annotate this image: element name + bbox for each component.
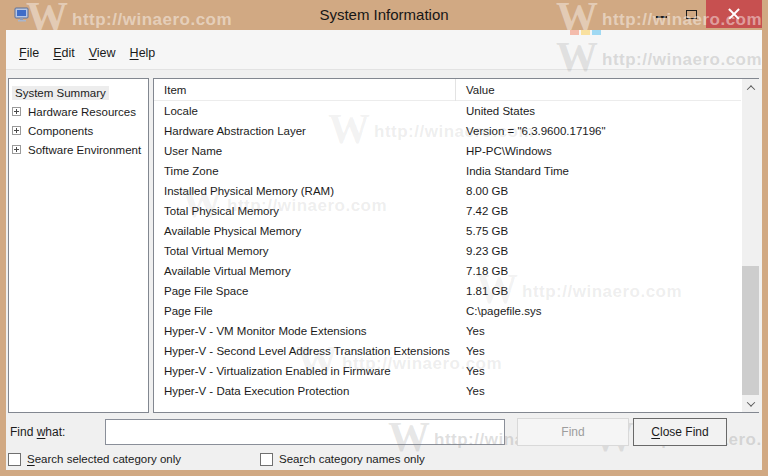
tree-item-label: Components — [25, 124, 96, 138]
item-cell: Locale — [164, 101, 456, 121]
value-cell: Yes — [456, 381, 758, 401]
tree-item-label: Software Environment — [25, 143, 144, 157]
checkbox-label: Search category names only — [279, 453, 425, 465]
scrollbar-thumb[interactable] — [742, 266, 759, 395]
menu-item[interactable]: Help — [123, 44, 163, 62]
value-cell: Yes — [456, 341, 758, 361]
item-cell: User Name — [164, 141, 456, 161]
item-cell: Available Physical Memory — [164, 221, 456, 241]
table-row[interactable]: Total Virtual Memory 9.23 GB — [154, 241, 758, 261]
expand-plus-icon[interactable] — [12, 107, 21, 116]
table-row[interactable]: Total Physical Memory 7.42 GB — [154, 201, 758, 221]
item-cell: Time Zone — [164, 161, 456, 181]
table-row[interactable]: Page File Space 1.81 GB — [154, 281, 758, 301]
item-cell: Installed Physical Memory (RAM) — [164, 181, 456, 201]
menu-item[interactable]: File — [12, 44, 46, 62]
table-row[interactable]: Time Zone India Standard Time — [154, 161, 758, 181]
value-cell: 8.00 GB — [456, 181, 758, 201]
vertical-scrollbar[interactable] — [742, 79, 759, 412]
value-cell: Version = "6.3.9600.17196" — [456, 121, 758, 141]
menu-item[interactable]: View — [82, 44, 123, 62]
table-row[interactable]: User Name HP-PC\Windows — [154, 141, 758, 161]
item-cell: Hyper-V - Second Level Address Translati… — [164, 341, 456, 361]
client-area: File Edit View Help W http://winaero.com… — [6, 30, 762, 470]
table-row[interactable]: Locale United States — [154, 101, 758, 121]
chevron-up-icon — [746, 85, 754, 93]
checkbox-icon[interactable] — [8, 453, 21, 466]
expand-plus-icon[interactable] — [12, 145, 21, 154]
value-cell: United States — [456, 101, 758, 121]
table-row[interactable]: Hardware Abstraction Layer Version = "6.… — [154, 121, 758, 141]
checkbox-icon[interactable] — [260, 453, 273, 466]
category-tree[interactable]: System Summary Hardware Resources Compon… — [8, 78, 149, 413]
tree-item[interactable]: Hardware Resources — [9, 102, 148, 121]
item-cell: Hyper-V - VM Monitor Mode Extensions — [164, 321, 456, 341]
system-information-window: W http://winaero.com W http://winaero.co… — [0, 0, 768, 476]
checkbox-label: Search selected category only — [27, 453, 181, 465]
item-cell: Hyper-V - Data Execution Protection — [164, 381, 456, 401]
item-cell: Hyper-V - Virtualization Enabled in Firm… — [164, 361, 456, 381]
table-row[interactable]: Hyper-V - Data Execution Protection Yes — [154, 381, 758, 401]
table-row[interactable]: Installed Physical Memory (RAM) 8.00 GB — [154, 181, 758, 201]
maximize-button[interactable] — [676, 0, 706, 28]
column-header-value[interactable]: Value — [456, 84, 741, 96]
value-cell: 9.23 GB — [456, 241, 758, 261]
minimize-button[interactable] — [646, 0, 676, 28]
scrollbar-track[interactable] — [742, 96, 759, 395]
minimize-icon — [656, 16, 667, 18]
table-row[interactable]: Hyper-V - Virtualization Enabled in Firm… — [154, 361, 758, 381]
table-row[interactable]: Available Virtual Memory 7.18 GB — [154, 261, 758, 281]
close-find-button[interactable]: Close Find — [633, 418, 727, 446]
value-cell: Yes — [456, 321, 758, 341]
menu-item[interactable]: Edit — [46, 44, 82, 62]
search-selected-category-checkbox[interactable]: Search selected category only — [8, 451, 181, 467]
item-cell: Total Virtual Memory — [164, 241, 456, 261]
find-input[interactable] — [105, 419, 505, 445]
table-header: Item Value — [154, 79, 741, 101]
title-bar[interactable]: W http://winaero.com W http://winaero.co… — [0, 0, 768, 30]
value-cell: HP-PC\Windows — [456, 141, 758, 161]
item-cell: Total Physical Memory — [164, 201, 456, 221]
item-cell: Hardware Abstraction Layer — [164, 121, 456, 141]
find-what-label: Find what: — [10, 419, 65, 445]
value-cell: C:\pagefile.sys — [456, 301, 758, 321]
value-cell: 5.75 GB — [456, 221, 758, 241]
menu-bar: File Edit View Help — [6, 30, 762, 70]
item-cell: Page File Space — [164, 281, 456, 301]
close-icon — [728, 8, 740, 20]
window-controls — [646, 0, 762, 28]
details-table[interactable]: Item Value Locale United States Hardware… — [153, 78, 759, 413]
value-cell: Yes — [456, 361, 758, 381]
item-cell: Available Virtual Memory — [164, 261, 456, 281]
tree-item-label: System Summary — [12, 86, 109, 100]
value-cell: India Standard Time — [456, 161, 758, 181]
scroll-up-button[interactable] — [742, 79, 759, 96]
search-category-names-checkbox[interactable]: Search category names only — [260, 451, 425, 467]
table-row[interactable]: Hyper-V - Second Level Address Translati… — [154, 341, 758, 361]
tree-item[interactable]: Software Environment — [9, 140, 148, 159]
find-button[interactable]: Find — [517, 418, 629, 446]
tree-item-label: Hardware Resources — [25, 105, 139, 119]
column-header-item[interactable]: Item — [164, 79, 456, 101]
scroll-down-button[interactable] — [742, 395, 759, 412]
close-button[interactable] — [706, 0, 762, 28]
value-cell: 7.42 GB — [456, 201, 758, 221]
maximize-icon — [686, 10, 697, 19]
table-row[interactable]: Available Physical Memory 5.75 GB — [154, 221, 758, 241]
expand-plus-icon[interactable] — [12, 126, 21, 135]
value-cell: 1.81 GB — [456, 281, 758, 301]
chevron-down-icon — [746, 398, 754, 406]
table-row[interactable]: Page File C:\pagefile.sys — [154, 301, 758, 321]
table-row[interactable]: Hyper-V - VM Monitor Mode Extensions Yes — [154, 321, 758, 341]
tree-item[interactable]: Components — [9, 121, 148, 140]
item-cell: Page File — [164, 301, 456, 321]
tree-item[interactable]: System Summary — [9, 83, 148, 102]
value-cell: 7.18 GB — [456, 261, 758, 281]
